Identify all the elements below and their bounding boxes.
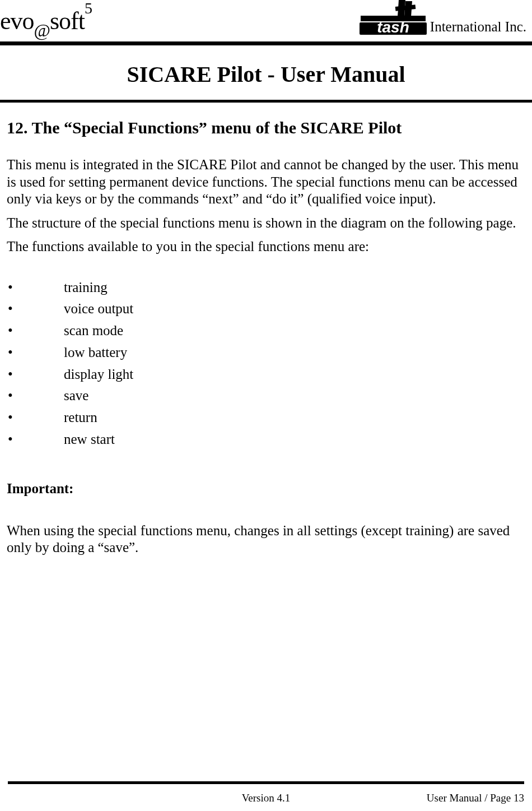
bullet-icon: • [7,407,64,429]
bullet-icon: • [7,298,64,320]
list-item-label: scan mode [64,320,123,342]
document-title: SICARE Pilot - User Manual [0,61,532,87]
product-part-at: @ [34,20,50,40]
product-name: evo@soft5 [0,7,92,37]
footer-inner: Version 4.1 User Manual / Page 13 [8,784,524,804]
company-block: tash International Inc. [360,0,526,37]
list-item: • training [7,277,525,299]
bullet-icon: • [7,277,64,299]
page-header: evo@soft5 tash International Inc. [0,0,532,41]
product-part-5: 5 [85,0,92,17]
bullet-icon: • [7,364,64,386]
paragraph-2: The structure of the special functions m… [7,215,525,232]
bullet-list: • training • voice output • scan mode • … [7,277,525,451]
paragraph-1: This menu is integrated in the SICARE Pi… [7,156,525,208]
important-text: When using the special functions menu, c… [7,522,525,557]
list-item: • low battery [7,342,525,364]
document-page: evo@soft5 tash International Inc. [0,0,532,811]
svg-text:tash: tash [377,18,409,35]
important-label: Important: [7,481,525,497]
list-item: • return [7,407,525,429]
list-item-label: voice output [64,298,133,320]
tash-logo-icon: tash [360,0,427,37]
footer-page: User Manual / Page 13 [354,792,524,804]
product-part-evo: evo [0,7,34,34]
list-item-label: new start [64,429,115,451]
product-part-soft: soft [50,7,85,34]
section-heading: 12. The “Special Functions” menu of the … [7,118,525,137]
bullet-icon: • [7,429,64,451]
list-item: • save [7,385,525,407]
list-item-label: return [64,407,97,429]
list-item: • voice output [7,298,525,320]
paragraph-3: The functions available to you in the sp… [7,238,525,256]
bullet-icon: • [7,385,64,407]
page-footer: Version 4.1 User Manual / Page 13 [0,781,532,811]
bullet-icon: • [7,342,64,364]
title-wrap: SICARE Pilot - User Manual [0,45,532,100]
header-rule [0,41,532,45]
content-area: 12. The “Special Functions” menu of the … [0,103,532,811]
list-item: • display light [7,364,525,386]
bullet-icon: • [7,320,64,342]
list-item: • scan mode [7,320,525,342]
list-item-label: display light [64,364,133,386]
footer-version: Version 4.1 [181,792,351,804]
list-item-label: training [64,277,108,299]
company-name: International Inc. [430,19,526,37]
list-item-label: low battery [64,342,127,364]
list-item-label: save [64,385,88,407]
list-item: • new start [7,429,525,451]
